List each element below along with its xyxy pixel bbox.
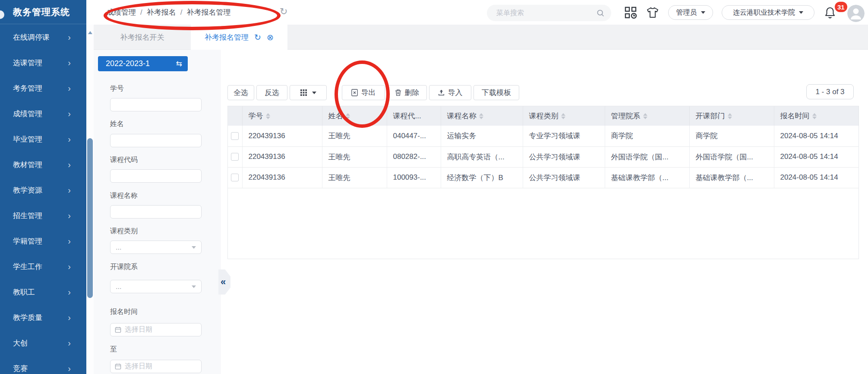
column-header[interactable]: 学号 (242, 106, 322, 126)
tab-refresh-icon[interactable]: ↻ (254, 32, 261, 42)
sort-icon[interactable] (561, 113, 565, 119)
breadcrumb-link[interactable]: 补考报名 (147, 7, 176, 17)
sidebar-item[interactable]: 在线调停课 › (0, 25, 86, 50)
collapse-panel-handle[interactable]: « (218, 269, 230, 295)
course-category-select[interactable]: ... (110, 241, 202, 254)
sort-icon[interactable] (266, 113, 270, 119)
sort-icon[interactable] (812, 113, 817, 119)
theme-shirt-icon[interactable] (646, 6, 659, 19)
sidebar-scrollbar-thumb[interactable] (87, 138, 93, 298)
tab[interactable]: 补考报名管理 ↻ ⊗ (191, 25, 287, 50)
notification-badge: 31 (835, 2, 847, 12)
sidebar-item[interactable]: 教材管理 › (0, 152, 86, 177)
sidebar-scrollbar-up-arrow[interactable] (88, 31, 92, 34)
invert-selection-button[interactable]: 反选 (256, 85, 287, 100)
offering-department-select[interactable]: ... (110, 280, 202, 293)
cell-course-category: 公共学习领域课 (523, 167, 605, 188)
sort-icon[interactable] (643, 113, 647, 119)
menu-search-box[interactable] (487, 5, 611, 21)
row-checkbox[interactable] (231, 174, 239, 181)
row-checkbox[interactable] (231, 153, 239, 161)
sidebar-item[interactable]: 毕业管理 › (0, 127, 86, 152)
column-label: 开课部门 (696, 111, 725, 121)
column-header[interactable]: 课程类别 (523, 106, 605, 126)
delete-button[interactable]: 删除 (387, 85, 427, 100)
breadcrumb-refresh-icon[interactable]: ↻ (280, 6, 287, 17)
filter-label-name: 姓名 (110, 120, 124, 129)
table-row: 220439136 王唯先 100093-... 经济数学（下）B 公共学习领域… (228, 167, 859, 188)
avatar[interactable] (847, 5, 865, 22)
column-label: 课程名称 (447, 111, 477, 121)
role-dropdown[interactable]: 管理员 (668, 5, 713, 20)
sidebar-item-label: 教学资源 (13, 185, 42, 195)
date-placeholder: 选择日期 (125, 325, 152, 334)
caret-down-icon (799, 11, 803, 14)
tab-bar: 补考报名开关 ↻ ⊗ 补考报名管理 ↻ ⊗ (94, 25, 868, 50)
sidebar-item[interactable]: 招生管理 › (0, 203, 86, 228)
search-input[interactable] (496, 9, 596, 17)
chevron-right-icon: › (68, 287, 71, 297)
student-id-field[interactable] (110, 98, 202, 111)
row-checkbox[interactable] (231, 132, 239, 140)
sidebar-item[interactable]: 选课管理 › (0, 50, 86, 76)
sidebar: 教务管理系统 在线调停课 › 选课管理 › 考务管理 › (0, 0, 86, 374)
sidebar-item[interactable]: 考务管理 › (0, 76, 86, 101)
export-button[interactable]: 导出 (342, 85, 385, 100)
column-header[interactable]: 课程代... (387, 106, 441, 126)
button-label: 全选 (234, 88, 248, 98)
breadcrumb-separator: / (136, 8, 147, 17)
sort-icon[interactable] (346, 113, 350, 119)
download-template-button[interactable]: 下载模板 (473, 85, 519, 100)
column-header[interactable]: 报名时间 (774, 106, 859, 126)
cell-name: 王唯先 (322, 146, 387, 167)
chevron-right-icon: › (68, 109, 71, 119)
sort-icon[interactable] (728, 113, 732, 119)
term-selector-button[interactable]: 2022-2023-1 ⇆ (98, 56, 188, 71)
chevron-right-icon: › (68, 134, 71, 144)
name-field[interactable] (110, 134, 202, 147)
sidebar-item[interactable]: 学籍管理 › (0, 228, 86, 254)
column-header[interactable]: 姓名 (322, 106, 387, 126)
signup-date-from-picker[interactable]: 选择日期 (110, 323, 202, 336)
app-window: 教务管理系统 在线调停课 › 选课管理 › 考务管理 › (0, 0, 868, 374)
sidebar-item[interactable]: 竞赛 › (0, 356, 86, 374)
select-value: ... (116, 283, 121, 291)
pagination-info: 1 - 3 of 3 (806, 84, 854, 99)
tab-actions: ↻ ⊗ (254, 32, 274, 42)
breadcrumb-link[interactable]: 成绩管理 (107, 7, 136, 17)
apps-clock-icon[interactable] (624, 6, 637, 19)
caret-down-icon (312, 92, 316, 94)
sidebar-item[interactable]: 教职工 › (0, 279, 86, 305)
cell-name: 王唯先 (322, 167, 387, 188)
sidebar-item[interactable]: 成绩管理 › (0, 101, 86, 127)
column-header[interactable]: 管理院系 (605, 106, 689, 126)
sort-icon[interactable] (479, 113, 483, 119)
school-label: 连云港职业技术学院 (733, 8, 795, 17)
sidebar-item[interactable]: 学生工作 › (0, 254, 86, 279)
column-header[interactable]: 课程名称 (441, 106, 523, 126)
column-header[interactable]: 开课部门 (689, 106, 774, 126)
course-name-field[interactable] (110, 205, 202, 219)
breadcrumb-link[interactable]: 补考报名管理 (186, 7, 230, 17)
school-dropdown[interactable]: 连云港职业技术学院 (722, 5, 814, 20)
table-row: 220439136 王唯先 080282-... 高职高专英语（... 公共学习… (228, 146, 859, 167)
column-picker-button[interactable] (290, 85, 327, 100)
sidebar-item[interactable]: 教学资源 › (0, 177, 86, 203)
course-code-field[interactable] (110, 169, 202, 183)
chevron-right-icon: › (68, 211, 71, 221)
tab-close-icon[interactable]: ⊗ (267, 32, 274, 42)
signup-date-to-picker[interactable]: 选择日期 (110, 360, 202, 373)
term-label: 2022-2023-1 (106, 59, 150, 68)
sidebar-item[interactable]: 大创 › (0, 330, 86, 356)
import-button[interactable]: 导入 (429, 85, 471, 100)
chevron-right-icon: › (68, 262, 71, 272)
trash-icon (395, 89, 401, 96)
role-label: 管理员 (676, 8, 697, 17)
tab[interactable]: 补考报名开关 ↻ ⊗ (94, 25, 191, 50)
caret-down-icon (192, 285, 196, 288)
filter-label-course-name: 课程名称 (110, 191, 138, 200)
sidebar-item[interactable]: 教学质量 › (0, 305, 86, 330)
select-all-button[interactable]: 全选 (227, 85, 254, 100)
cell-managing-department: 商学院 (605, 126, 689, 146)
sidebar-menu: 在线调停课 › 选课管理 › 考务管理 › 成绩管理 › (0, 25, 86, 374)
